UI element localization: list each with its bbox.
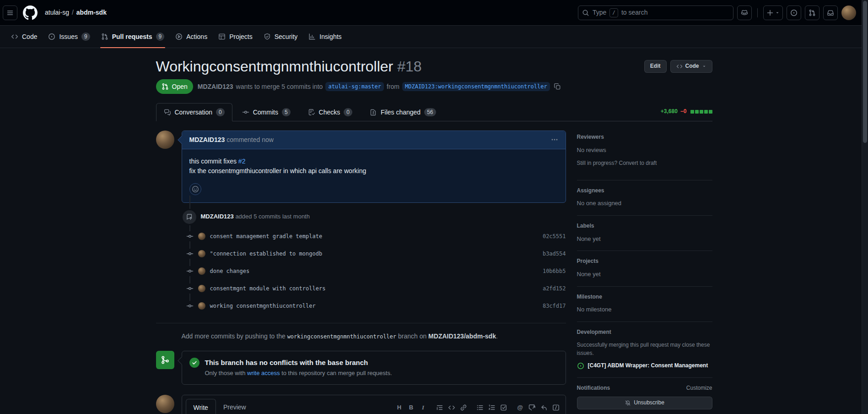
nav-label: Security	[275, 32, 298, 41]
commit-group-author[interactable]: MDZAID123	[201, 213, 234, 220]
comment-header-text: MDZAID123 commented now	[189, 135, 274, 144]
breadcrumb-owner[interactable]: atulai-sg	[45, 8, 69, 17]
tab-conversation[interactable]: Conversation 0	[156, 103, 232, 121]
labels-empty: None yet	[577, 235, 712, 244]
breadcrumb-repo[interactable]: abdm-sdk	[76, 8, 107, 17]
mention-icon[interactable]: @	[514, 402, 526, 414]
nav-label: Issues	[59, 32, 77, 41]
head-branch-label[interactable]: MDZAID123:workingconsentmgnmnthiucontrol…	[402, 82, 550, 91]
tasklist-icon[interactable]	[498, 402, 510, 414]
link-icon[interactable]	[458, 402, 469, 414]
copy-branch-button[interactable]	[554, 83, 561, 90]
diffstat: +3,680 −0	[661, 108, 712, 121]
pull-requests-header-button[interactable]	[805, 5, 819, 20]
nav-item-pull-requests[interactable]: Pull requests 9	[96, 26, 170, 48]
commit-sha[interactable]: 02c5551	[543, 233, 566, 240]
page-scrollbar[interactable]	[862, 0, 868, 414]
emoji-reaction-button[interactable]	[189, 183, 201, 195]
github-logo-icon[interactable]	[23, 5, 38, 20]
push-note: Add more commits by pushing to the worki…	[182, 332, 566, 341]
nav-item-code[interactable]: Code	[5, 26, 43, 48]
commit-author-avatar[interactable]	[198, 302, 205, 310]
reply-icon[interactable]	[538, 402, 550, 414]
merge-status-line: This branch has no conflicts with the ba…	[189, 358, 558, 368]
nav-item-projects[interactable]: Projects	[213, 26, 258, 48]
kebab-menu-icon[interactable]	[551, 136, 558, 143]
git-pull-request-icon	[809, 9, 816, 16]
commit-author-avatar[interactable]	[198, 233, 205, 240]
bold-icon[interactable]: B	[405, 402, 417, 414]
commit-sha[interactable]: 10b6bb5	[543, 268, 566, 274]
pr-tabs: Conversation 0 Commits 5 Checks 0	[156, 103, 444, 121]
base-branch-label[interactable]: atulai-sg:master	[325, 82, 384, 91]
commit-author-avatar[interactable]	[198, 285, 205, 292]
commit-message[interactable]: consentmgnt module with controllers	[210, 285, 326, 292]
nav-item-insights[interactable]: Insights	[303, 26, 347, 48]
nav-item-issues[interactable]: Issues 9	[43, 26, 95, 48]
commit-author-avatar[interactable]	[198, 250, 205, 257]
tab-commits[interactable]: Commits 5	[234, 103, 298, 121]
slash-command-icon[interactable]	[550, 402, 562, 414]
write-access-link[interactable]: write access	[247, 370, 280, 376]
issue-opened-icon	[577, 362, 584, 370]
unordered-list-icon[interactable]	[474, 402, 486, 414]
quote-icon[interactable]	[434, 402, 446, 414]
nav-item-security[interactable]: Security	[258, 26, 303, 48]
commit-group-header: MDZAID123 added 5 commits last month	[182, 210, 566, 224]
scrollbar-thumb[interactable]	[863, 1, 867, 143]
linked-issue[interactable]: [C4GT] ABDM Wrapper: Consent Management	[577, 362, 712, 370]
issue-reference-link[interactable]: #2	[238, 158, 246, 165]
commit-message[interactable]: consent management gradle template	[210, 233, 323, 240]
assignees-heading[interactable]: Assignees	[577, 187, 712, 195]
heading-icon[interactable]: H	[394, 402, 405, 414]
commit-sha[interactable]: 83cfd17	[543, 303, 566, 309]
linked-issue-title[interactable]: [C4GT] ABDM Wrapper: Consent Management	[588, 362, 708, 370]
issues-header-button[interactable]	[787, 5, 801, 20]
commit-message[interactable]: "connection established to mongodb	[210, 251, 323, 257]
ordered-list-icon[interactable]	[486, 402, 498, 414]
tab-checks[interactable]: Checks 0	[300, 103, 360, 121]
edit-button[interactable]: Edit	[644, 60, 667, 73]
convert-to-draft-link[interactable]: Convert to draft	[619, 160, 657, 166]
user-avatar[interactable]	[841, 5, 856, 20]
nav-item-actions[interactable]: Actions	[170, 26, 213, 48]
create-new-button[interactable]	[763, 5, 783, 20]
commit-sha[interactable]: b3ad554	[543, 251, 566, 257]
git-commit-icon	[186, 283, 194, 294]
diffstat-additions: +3,680	[661, 108, 678, 115]
development-section: Development Successfully merging this pu…	[577, 322, 712, 378]
projects-empty: None yet	[577, 270, 712, 279]
copilot-button[interactable]	[737, 5, 752, 20]
customize-link[interactable]: Customize	[686, 384, 712, 392]
unsubscribe-button[interactable]: Unsubscribe	[577, 397, 712, 409]
files-changed-counter: 56	[424, 108, 436, 116]
commit-author-avatar[interactable]	[198, 267, 205, 275]
italic-icon[interactable]: I	[417, 402, 429, 414]
commit-message[interactable]: done changes	[210, 268, 250, 274]
labels-heading[interactable]: Labels	[577, 222, 712, 230]
tab-files-changed[interactable]: Files changed 56	[362, 103, 444, 121]
inbox-button[interactable]	[823, 5, 838, 20]
pr-author-link[interactable]: MDZAID123	[198, 82, 233, 91]
milestone-heading[interactable]: Milestone	[577, 293, 712, 301]
header-divider	[757, 8, 758, 17]
code-dropdown-button[interactable]: Code	[670, 60, 712, 73]
cross-reference-icon[interactable]	[526, 402, 538, 414]
pr-title-text: Workingconsentmgnmnthiucontroller	[156, 58, 394, 75]
comment-author-link[interactable]: MDZAID123	[189, 136, 225, 143]
tab-label: Conversation	[175, 108, 213, 117]
search-input[interactable]: Type / to search	[578, 5, 733, 20]
comment-line-1: this commit fixes #2	[189, 157, 558, 166]
commit-message[interactable]: working consentmgnthiucontroller	[210, 303, 316, 309]
pr-sidebar: Reviewers No reviews Still in progress? …	[577, 131, 712, 414]
projects-heading[interactable]: Projects	[577, 257, 712, 265]
comment-author-avatar[interactable]	[156, 131, 174, 149]
reviewers-heading[interactable]: Reviewers	[577, 133, 712, 141]
code-icon[interactable]	[446, 402, 458, 414]
comment-timestamp[interactable]: commented now	[226, 136, 274, 143]
write-tab[interactable]: Write	[186, 399, 216, 414]
commit-sha[interactable]: a2fd152	[543, 285, 566, 292]
merge-sub-pre: Only those with	[205, 370, 246, 376]
preview-tab[interactable]: Preview	[216, 399, 253, 414]
hamburger-menu-button[interactable]	[3, 5, 17, 20]
